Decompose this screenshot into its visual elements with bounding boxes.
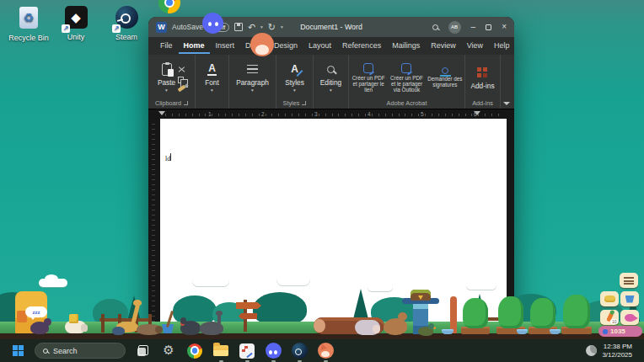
fish-icon: [625, 314, 635, 322]
styles-button[interactable]: A Styles▾: [285, 61, 304, 93]
paragraph-button[interactable]: Paragraph▾: [236, 61, 269, 93]
font-button[interactable]: A Font▾: [205, 61, 219, 93]
search-icon[interactable]: [432, 24, 438, 30]
request-signatures-button[interactable]: Demander des signatures: [427, 67, 463, 88]
minimize-button[interactable]: –: [471, 23, 476, 31]
redo-button[interactable]: ↻: [268, 23, 276, 32]
autosave-label: AutoSave: [172, 23, 203, 31]
pet-fluffy-sheep-face: [373, 325, 380, 333]
desktop-icon-label: Steam: [103, 33, 150, 41]
floating-discord-icon[interactable]: [202, 13, 223, 34]
styles-icon: A: [291, 64, 298, 75]
tab-layout[interactable]: Layout: [303, 38, 336, 54]
taskbar: Search ⚙ 12:38 PM 3/12/2025: [0, 339, 644, 362]
discord-button[interactable]: [264, 342, 282, 360]
game-fish-button[interactable]: [620, 310, 639, 325]
settings-button[interactable]: ⚙: [159, 342, 178, 360]
scissors-app-icon: [239, 343, 255, 359]
floating-fox-pet-icon[interactable]: [250, 33, 274, 56]
cut-icon[interactable]: [178, 67, 185, 73]
indent-marker-left[interactable]: [158, 111, 165, 115]
game-bucket-button[interactable]: [620, 291, 639, 306]
game-score-badge: 1035: [598, 326, 642, 337]
taskbar-clock[interactable]: 12:38 PM 3/12/2025: [602, 343, 632, 359]
clock-time: 12:38 PM: [602, 343, 632, 351]
tab-design[interactable]: Design: [269, 38, 303, 54]
floating-chrome-icon[interactable]: [158, 0, 180, 13]
tab-review[interactable]: Review: [426, 38, 461, 54]
undo-button[interactable]: ↶: [248, 23, 255, 32]
cloud: [466, 280, 496, 290]
pdf-mail-icon: [401, 63, 411, 73]
tab-home[interactable]: Home: [179, 38, 210, 54]
dialog-launcher-icon[interactable]: [184, 101, 188, 105]
create-pdf-share-link-button[interactable]: Créer un PDF et partager le lien: [351, 63, 386, 93]
account-avatar[interactable]: AB: [448, 21, 461, 34]
pet-purple-bird-head: [44, 318, 51, 326]
pet-turkey-head: [180, 317, 186, 324]
pet-sloth-face: [155, 326, 163, 333]
tab-help[interactable]: Help: [489, 38, 514, 54]
task-view-button[interactable]: [133, 342, 152, 360]
system-tray[interactable]: 12:38 PM 3/12/2025: [586, 343, 636, 359]
feed-bowl[interactable]: [550, 329, 561, 334]
obelisk: [450, 296, 457, 333]
shortcut-arrow-icon: ↗: [62, 24, 70, 33]
running-indicator: [271, 360, 276, 362]
save-icon[interactable]: [234, 23, 243, 31]
tab-references[interactable]: References: [337, 38, 386, 54]
running-indicator: [298, 360, 302, 362]
steam-button[interactable]: [290, 342, 309, 360]
carrot-plant[interactable]: [463, 298, 488, 328]
carrot-plant[interactable]: [530, 298, 555, 328]
signpost-arrow: [236, 302, 261, 309]
weather-moon-icon: [586, 345, 597, 356]
discord-icon: [266, 343, 282, 359]
desktop-icon-steam[interactable]: ↗ Steam: [103, 5, 150, 41]
start-button[interactable]: [8, 342, 27, 360]
tab-insert[interactable]: Insert: [211, 38, 240, 54]
editing-icon: [327, 66, 335, 73]
folder-icon: [213, 345, 228, 356]
pet-blue-bird[interactable]: [112, 327, 125, 335]
format-painter-icon[interactable]: [178, 85, 186, 92]
feed-bowl[interactable]: [442, 329, 453, 334]
game-menu-button[interactable]: [620, 273, 638, 288]
undo-dropdown-icon[interactable]: ▾: [260, 24, 263, 29]
tab-file[interactable]: File: [155, 38, 178, 54]
copy-icon[interactable]: [178, 77, 184, 83]
font-icon: A: [207, 63, 217, 76]
desktop-icon-unity[interactable]: ◆ ↗ Unity: [52, 5, 99, 41]
fox-pet-app-button[interactable]: [316, 342, 335, 360]
desktop-icon-recycle-bin[interactable]: ♻ Recycle Bin: [5, 5, 52, 42]
close-button[interactable]: ×: [502, 23, 507, 31]
pet-kangaroo[interactable]: [384, 318, 407, 335]
game-sponge-button[interactable]: [600, 291, 619, 306]
taskbar-search[interactable]: Search: [35, 343, 126, 359]
pet-giraffe-head: [133, 300, 142, 306]
signpost-arrow: [239, 313, 257, 319]
carrot-plant[interactable]: [498, 296, 523, 328]
pet-emu-head: [216, 311, 223, 316]
snipping-app-button[interactable]: [238, 342, 256, 360]
horizontal-ruler[interactable]: 1 2 3 4 5 6: [148, 109, 514, 119]
maximize-button[interactable]: [486, 24, 491, 30]
carrot-plant[interactable]: [563, 295, 590, 328]
paste-button[interactable]: Paste▾: [158, 61, 175, 93]
tab-mailings[interactable]: Mailings: [387, 38, 425, 54]
editing-button[interactable]: Editing▾: [320, 61, 341, 93]
tab-view[interactable]: View: [462, 38, 488, 54]
word-ribbon: Paste▾ Clipboard A Font▾: [148, 55, 514, 109]
search-label: Search: [53, 347, 78, 355]
ribbon-collapse-button[interactable]: [501, 55, 513, 109]
qat-customize-icon[interactable]: ▾: [281, 24, 283, 29]
feed-bowl[interactable]: [517, 329, 528, 334]
create-pdf-outlook-button[interactable]: Créer un PDF et le partager via Outlook: [389, 63, 424, 93]
game-carrot-button[interactable]: 10: [600, 310, 619, 325]
task-view-icon: [137, 345, 148, 356]
dialog-launcher-icon[interactable]: [302, 101, 306, 105]
chrome-button[interactable]: [185, 342, 204, 360]
recycle-bin-icon: ♻: [16, 7, 41, 32]
file-explorer-button[interactable]: [212, 342, 230, 360]
add-ins-button[interactable]: Add-ins: [470, 65, 494, 90]
